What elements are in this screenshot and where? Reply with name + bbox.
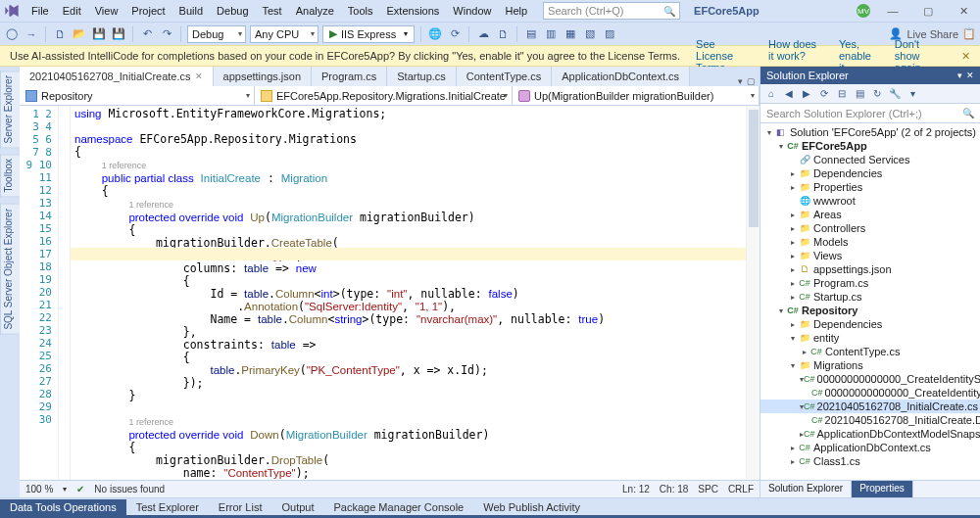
tree-node[interactable]: C#20210405162708_InitialCreate.Designer.… bbox=[760, 413, 980, 427]
minimize-button[interactable]: — bbox=[880, 5, 906, 17]
code-area[interactable]: 1 2 3 4 5 6 7 8 9 10 11 12 13 14 15 16 1… bbox=[20, 106, 760, 480]
menu-file[interactable]: File bbox=[25, 3, 55, 19]
tabs-pin-icon[interactable]: ▾ bbox=[738, 76, 743, 86]
properties-icon[interactable]: 🔧 bbox=[888, 87, 902, 101]
home-icon[interactable]: ⌂ bbox=[764, 87, 778, 101]
bottom-tab[interactable]: Error List bbox=[209, 499, 272, 515]
tree-node[interactable]: ▸📁Dependencies bbox=[760, 166, 980, 180]
nav-project[interactable]: Repository bbox=[20, 86, 255, 105]
save-icon[interactable]: 💾 bbox=[91, 26, 107, 42]
tree-node[interactable]: ▾C#00000000000000_CreateIdentitySchema.c… bbox=[760, 372, 980, 386]
close-pane-icon[interactable]: ✕ bbox=[966, 71, 974, 80]
cloud-icon[interactable]: ☁ bbox=[475, 26, 491, 42]
zoom-level[interactable]: 100 % bbox=[25, 484, 53, 494]
document-tab[interactable]: ApplicationDbContext.cs bbox=[552, 67, 690, 86]
misc2-icon[interactable]: ▥ bbox=[543, 26, 559, 42]
nav-back-icon[interactable]: ◯ bbox=[4, 26, 20, 42]
run-button[interactable]: ▶IIS Express▾ bbox=[322, 25, 415, 43]
misc5-icon[interactable]: ▨ bbox=[602, 26, 617, 42]
menu-extensions[interactable]: Extensions bbox=[381, 3, 446, 19]
menu-edit[interactable]: Edit bbox=[57, 3, 87, 19]
document-tab[interactable]: ContentType.cs bbox=[457, 67, 552, 86]
code-text[interactable]: using Microsoft.EntityFrameworkCore.Migr… bbox=[71, 106, 746, 480]
document-tab[interactable]: Startup.cs bbox=[387, 67, 457, 86]
new-icon[interactable]: 🗋 bbox=[52, 26, 68, 42]
feedback-icon[interactable]: 📋 bbox=[962, 27, 976, 40]
nav-member[interactable]: Up(MigrationBuilder migrationBuilder) bbox=[513, 86, 760, 105]
tree-node[interactable]: ▸C#ApplicationDbContext.cs bbox=[760, 441, 980, 454]
tabs-more-icon[interactable]: ▢ bbox=[747, 76, 756, 86]
tree-node[interactable]: ▸C#Startup.cs bbox=[760, 290, 980, 304]
tree-root[interactable]: ▾◧Solution 'EFCore5App' (2 of 2 projects… bbox=[760, 125, 980, 139]
menu-analyze[interactable]: Analyze bbox=[290, 3, 340, 19]
bottom-tab[interactable]: Package Manager Console bbox=[324, 499, 474, 515]
nav-fwd-icon[interactable]: → bbox=[24, 26, 39, 42]
menu-debug[interactable]: Debug bbox=[211, 3, 254, 19]
menu-tools[interactable]: Tools bbox=[342, 3, 379, 19]
bottom-tab[interactable]: Data Tools Operations bbox=[0, 499, 126, 515]
avatar[interactable]: MV bbox=[857, 4, 870, 18]
solution-search[interactable]: Search Solution Explorer (Ctrl+;) 🔍 bbox=[760, 104, 980, 123]
tree-node[interactable]: 🔗Connected Services bbox=[760, 153, 980, 166]
menu-test[interactable]: Test bbox=[257, 3, 288, 19]
tree-node[interactable]: ▸C#Program.cs bbox=[760, 276, 980, 290]
misc4-icon[interactable]: ▧ bbox=[582, 26, 598, 42]
misc3-icon[interactable]: ▦ bbox=[563, 26, 578, 42]
nav-namespace[interactable]: EFCore5App.Repository.Migrations.Initial… bbox=[255, 86, 513, 105]
close-button[interactable]: ✕ bbox=[951, 5, 976, 18]
undo-icon[interactable]: ↶ bbox=[139, 26, 155, 42]
maximize-button[interactable]: ▢ bbox=[915, 5, 941, 18]
tree-node[interactable]: ▸C#ApplicationDbContextModelSnapshot.cs bbox=[760, 427, 980, 441]
tab-solution-explorer[interactable]: Solution Explorer bbox=[760, 481, 852, 497]
save-all-icon[interactable]: 💾 bbox=[111, 26, 126, 42]
minimap[interactable] bbox=[746, 106, 760, 480]
tree-node[interactable]: ▸📁Controllers bbox=[760, 221, 980, 235]
menu-help[interactable]: Help bbox=[499, 3, 533, 19]
config-combo[interactable]: Debug bbox=[187, 25, 246, 43]
bottom-tab[interactable]: Web Publish Activity bbox=[473, 499, 590, 515]
tree-node[interactable]: ▾📁Migrations bbox=[760, 358, 980, 372]
refresh2-icon[interactable]: ↻ bbox=[870, 87, 884, 101]
bottom-tab[interactable]: Test Explorer bbox=[126, 499, 209, 515]
showall-icon[interactable]: ▤ bbox=[853, 87, 866, 101]
pin-icon[interactable]: ▾ bbox=[957, 71, 962, 80]
back-icon[interactable]: ◀ bbox=[782, 87, 796, 101]
tree-node[interactable]: ▸📁Dependencies bbox=[760, 317, 980, 331]
fwd-icon[interactable]: ▶ bbox=[800, 87, 813, 101]
tree-node[interactable]: ▸📁Areas bbox=[760, 208, 980, 221]
side-tab[interactable]: Server Explorer bbox=[0, 71, 20, 148]
document-tab[interactable]: Program.cs bbox=[312, 67, 387, 86]
side-tab[interactable]: SQL Server Object Explorer bbox=[0, 204, 20, 335]
refresh-icon[interactable]: ⟳ bbox=[447, 26, 463, 42]
document-tab[interactable]: appsettings.json bbox=[214, 67, 313, 86]
menu-build[interactable]: Build bbox=[173, 3, 209, 19]
tree-node[interactable]: ▸📁Views bbox=[760, 249, 980, 262]
infobar-close-icon[interactable]: ✕ bbox=[961, 50, 970, 63]
collapse-icon[interactable]: ⊟ bbox=[835, 87, 849, 101]
menu-view[interactable]: View bbox=[89, 3, 124, 19]
tree-node[interactable]: ▾C#Repository bbox=[760, 304, 980, 317]
browser-icon[interactable]: 🌐 bbox=[427, 26, 443, 42]
tree-node[interactable]: ▸🗋appsettings.json bbox=[760, 262, 980, 276]
tree-node[interactable]: C#00000000000000_CreateIdentitySchema.De… bbox=[760, 386, 980, 400]
menu-project[interactable]: Project bbox=[125, 3, 171, 19]
tree-node[interactable]: ▸C#ContentType.cs bbox=[760, 345, 980, 358]
side-tab[interactable]: Toolbox bbox=[0, 154, 20, 197]
view-icon[interactable]: ▾ bbox=[906, 87, 919, 101]
document-tab[interactable]: 20210405162708_InitialCreate.cs✕ bbox=[20, 67, 214, 86]
redo-icon[interactable]: ↷ bbox=[159, 26, 174, 42]
tree-node[interactable]: ▾C#20210405162708_InitialCreate.cs bbox=[760, 400, 980, 413]
solution-tree[interactable]: ▾◧Solution 'EFCore5App' (2 of 2 projects… bbox=[760, 123, 980, 480]
tree-node[interactable]: ▸C#Class1.cs bbox=[760, 454, 980, 468]
open-icon[interactable]: 📂 bbox=[72, 26, 87, 42]
platform-combo[interactable]: Any CPU bbox=[250, 25, 318, 43]
tree-node[interactable]: ▸📁Properties bbox=[760, 180, 980, 194]
menu-window[interactable]: Window bbox=[447, 3, 497, 19]
sync-icon[interactable]: ⟳ bbox=[817, 87, 831, 101]
bottom-tab[interactable]: Output bbox=[271, 499, 323, 515]
tree-node[interactable]: ▸📁Models bbox=[760, 235, 980, 249]
tree-node[interactable]: 🌐wwwroot bbox=[760, 194, 980, 208]
misc1-icon[interactable]: ▤ bbox=[523, 26, 539, 42]
search-input[interactable]: Search (Ctrl+Q) 🔍 bbox=[543, 2, 680, 20]
tab-close-icon[interactable]: ✕ bbox=[195, 71, 203, 81]
